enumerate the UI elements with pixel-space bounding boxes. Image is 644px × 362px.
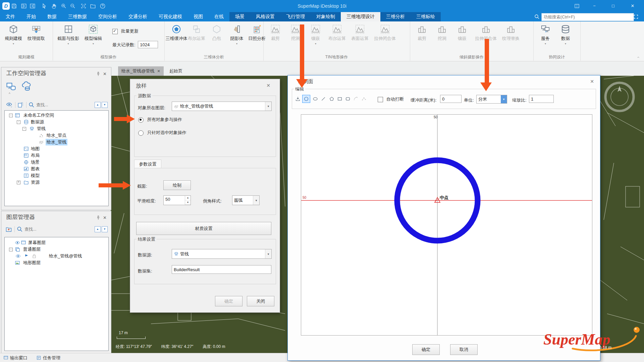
local-workspace-tab-icon[interactable] bbox=[6, 81, 16, 92]
lock-icon[interactable] bbox=[32, 253, 37, 259]
move-down-button[interactable]: ▼ bbox=[102, 226, 108, 232]
tab-object-drawing[interactable]: 对象绘制 bbox=[311, 12, 341, 21]
compass-navigator[interactable] bbox=[604, 81, 636, 113]
tab-data[interactable]: 数据 bbox=[42, 12, 62, 21]
draw-line-tool[interactable] bbox=[319, 95, 327, 103]
tree-item-water-points[interactable]: 给水_管点 bbox=[5, 132, 108, 139]
max-records-input[interactable] bbox=[138, 41, 158, 48]
ribbon-button-tin-clip[interactable]: 裁剪 bbox=[265, 23, 285, 46]
ribbon-button-tin-surface[interactable]: 表面运算 bbox=[348, 23, 371, 46]
document-tab-pipeline[interactable]: 给水_管线@管线 ✕ bbox=[118, 66, 164, 76]
draw-arc-tool[interactable] bbox=[352, 95, 360, 103]
search-dropdown-icon[interactable] bbox=[16, 226, 23, 233]
export-icon[interactable] bbox=[17, 102, 24, 108]
ribbon-button-oblique-dig[interactable]: 挖洞 bbox=[432, 23, 452, 42]
ribbon-button-data[interactable]: 数据 bbox=[555, 23, 576, 46]
eye-icon[interactable] bbox=[15, 253, 21, 259]
dropdown-arrow-icon[interactable]: ▾ bbox=[501, 95, 507, 103]
search-dropdown-icon[interactable] bbox=[28, 102, 35, 108]
move-up-button[interactable]: ▲ bbox=[95, 226, 101, 232]
ribbon-button-3d-buffer[interactable]: 三维缓冲体 bbox=[166, 23, 186, 46]
dialog-close-icon[interactable]: ✕ bbox=[265, 82, 272, 89]
dataset-name-input[interactable] bbox=[172, 265, 271, 274]
layer-combo[interactable]: 给水_管线@管线 ▾ bbox=[172, 102, 272, 111]
expander-icon[interactable]: - bbox=[22, 127, 26, 131]
ribbon-button-texture-replace[interactable]: 纹理替换 bbox=[499, 23, 522, 42]
workspace-search-input[interactable] bbox=[36, 102, 64, 108]
tab-file[interactable]: 文件 bbox=[0, 12, 21, 21]
tab-style-settings[interactable]: 风格设置 bbox=[250, 12, 280, 21]
ribbon-button-texture-extract[interactable]: 纹理提取 bbox=[25, 23, 48, 46]
window-layout-icon[interactable] bbox=[574, 3, 580, 9]
ribbon-button-convex-hull[interactable]: 凸包 bbox=[207, 23, 227, 46]
cloud-workspace-tab-icon[interactable] bbox=[21, 81, 32, 92]
pin-icon[interactable] bbox=[96, 71, 101, 77]
ribbon-button-oblique-clip[interactable]: 裁剪 bbox=[412, 23, 432, 42]
panel-close-icon[interactable]: ✕ bbox=[103, 215, 108, 221]
tab-close-icon[interactable]: ✕ bbox=[157, 69, 160, 73]
visibility-dropdown-icon[interactable] bbox=[6, 102, 13, 108]
output-window-tab[interactable]: 输出窗口 bbox=[3, 355, 28, 361]
layer-item-normal-group[interactable]: - 普通图层 bbox=[5, 246, 108, 253]
draw-ellipse-tool[interactable] bbox=[311, 95, 319, 103]
tree-item-datasource[interactable]: - 数据源 bbox=[5, 119, 108, 125]
tree-item-water-lines[interactable]: 给水_管线 bbox=[5, 139, 108, 145]
batch-update-checkbox[interactable] bbox=[112, 29, 118, 34]
ribbon-button-rule-modeling[interactable]: 规则建模 bbox=[2, 23, 25, 46]
move-up-button[interactable]: ▲ bbox=[95, 102, 101, 108]
result-datasource-combo[interactable]: 管线 ▾ bbox=[172, 249, 272, 259]
tree-item-maps[interactable]: 地图 bbox=[5, 145, 108, 152]
tree-item-scenes[interactable]: 场景 bbox=[5, 159, 108, 166]
maximize-button[interactable]: □ bbox=[607, 3, 619, 9]
ribbon-button-section-projection[interactable]: 截面与投影 bbox=[55, 23, 82, 46]
add-layer-icon[interactable] bbox=[5, 226, 12, 233]
tree-item-layouts[interactable]: 布局 bbox=[5, 152, 108, 159]
tab-3d-geodesign[interactable]: 三维地理设计 bbox=[341, 12, 380, 21]
ok-button[interactable]: 确定 bbox=[215, 296, 243, 306]
scale-ratio-input[interactable] bbox=[529, 95, 554, 103]
document-tab-start-page[interactable]: 起始页 bbox=[166, 66, 186, 76]
minimize-button[interactable]: − bbox=[589, 3, 600, 9]
expander-icon[interactable]: - bbox=[17, 120, 20, 124]
move-down-button[interactable]: ▼ bbox=[102, 102, 108, 108]
tab-3d-data[interactable]: 三维数据 bbox=[62, 12, 93, 21]
batch-update-option[interactable]: 批量更新 bbox=[112, 28, 139, 34]
tree-item-models[interactable]: 模型 bbox=[5, 172, 108, 179]
ribbon-button-model-edit[interactable]: 模型编辑 bbox=[82, 23, 105, 46]
ribbon-button-tin-mosaic[interactable]: 镶嵌 bbox=[306, 23, 326, 46]
ribbon-collapse-icon[interactable] bbox=[636, 56, 641, 59]
material-settings-button[interactable]: 材质设置 bbox=[136, 222, 271, 235]
expander-icon[interactable]: - bbox=[9, 114, 13, 117]
radio-icon[interactable] bbox=[138, 130, 144, 136]
radio-all-objects[interactable]: 所有对象参与操作 bbox=[138, 117, 182, 123]
cancel-button[interactable]: 取消 bbox=[450, 344, 478, 355]
edit-nodes-tool[interactable] bbox=[360, 95, 368, 103]
spin-up-icon[interactable]: ▲ bbox=[185, 196, 191, 200]
layer-item-water-pipeline[interactable]: 给水_管线@管线 bbox=[5, 253, 108, 259]
bevel-style-combo[interactable]: 圆弧 ▾ bbox=[232, 195, 260, 205]
radio-icon[interactable] bbox=[138, 117, 144, 123]
dropdown-arrow-icon[interactable]: ▾ bbox=[265, 249, 271, 258]
tree-item-charts[interactable]: 图表 bbox=[5, 166, 108, 172]
tab-visual-modeling[interactable]: 可视化建模 bbox=[153, 12, 188, 21]
expander-icon[interactable]: + bbox=[17, 181, 20, 184]
tab-spatial-analysis[interactable]: 空间分析 bbox=[93, 12, 123, 21]
close-button[interactable]: ✕ bbox=[627, 3, 638, 9]
pin-icon[interactable] bbox=[96, 215, 101, 221]
task-manager-tab[interactable]: 任务管理 bbox=[36, 355, 60, 361]
draw-circle-tool[interactable] bbox=[302, 95, 310, 103]
panel-close-icon[interactable]: ✕ bbox=[103, 71, 108, 77]
close-dialog-button[interactable]: 关闭 bbox=[247, 296, 274, 306]
draw-section-button[interactable]: 绘制 bbox=[163, 180, 191, 190]
expand-icon[interactable] bbox=[633, 14, 639, 19]
dropdown-arrow-icon[interactable]: ▾ bbox=[265, 102, 271, 111]
radio-selected-objects[interactable]: 只针对选中对象操作 bbox=[138, 130, 186, 136]
tab-flight-management[interactable]: 飞行管理 bbox=[280, 12, 311, 21]
unit-select[interactable]: 分米 ▾ bbox=[476, 95, 507, 104]
tab-online[interactable]: 在线 bbox=[209, 12, 229, 21]
import-geometry-icon[interactable] bbox=[294, 95, 302, 103]
ribbon-button-service[interactable]: 服务 bbox=[535, 23, 555, 46]
draw-rounded-rectangle-tool[interactable] bbox=[344, 95, 352, 103]
tree-item-workspace[interactable]: - 未命名工作空间 bbox=[5, 112, 108, 119]
ribbon-button-boolean-op[interactable]: 布尔运算 bbox=[186, 23, 207, 46]
